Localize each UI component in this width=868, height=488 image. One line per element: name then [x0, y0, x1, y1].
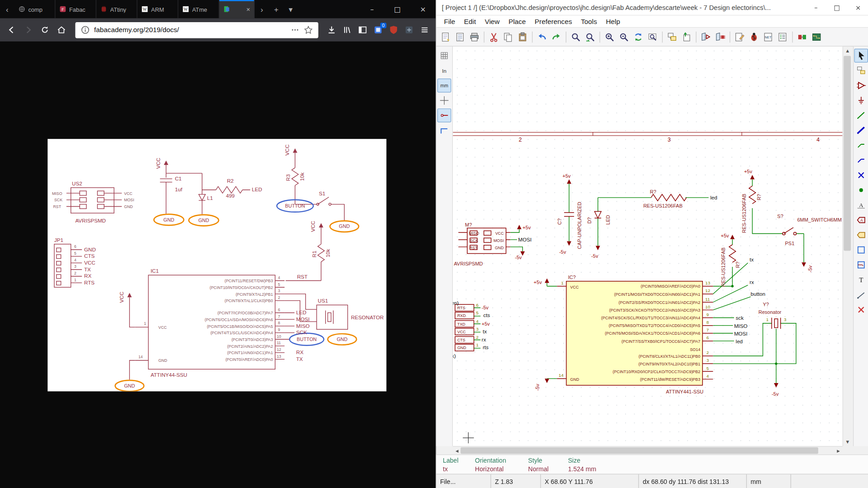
place-symbol-icon[interactable]: [854, 79, 868, 93]
schematic-canvas[interactable]: 234M?MISOSCKRSTVCCMOSIGND+5vMOSI-5vAVRIS…: [453, 47, 843, 446]
browser-tab-active[interactable]: ×: [219, 0, 255, 18]
sidebar-icon[interactable]: [355, 22, 370, 38]
bom-icon[interactable]: [776, 29, 790, 44]
info-icon[interactable]: [79, 23, 92, 36]
tab-scroll-left-button[interactable]: ‹: [0, 0, 14, 18]
wire-to-bus-icon[interactable]: [854, 138, 868, 152]
sheet-pin-icon[interactable]: [854, 258, 868, 272]
minimize-button[interactable]: –: [806, 0, 827, 15]
zoom-fit-icon[interactable]: [645, 29, 660, 44]
tab-close-button[interactable]: ×: [245, 5, 250, 13]
zoom-out-icon[interactable]: [617, 29, 631, 44]
scroll-up-arrow[interactable]: ▲: [843, 47, 852, 55]
minimize-button[interactable]: –: [359, 0, 384, 18]
menu-preferences[interactable]: Preferences: [530, 18, 576, 25]
place-line-icon[interactable]: [854, 288, 868, 302]
netlist-icon[interactable]: NET: [761, 29, 776, 44]
page-actions-icon[interactable]: [289, 23, 302, 36]
global-label-icon[interactable]: A: [854, 213, 868, 227]
paste-icon[interactable]: [515, 29, 530, 44]
place-sheet-icon[interactable]: [854, 243, 868, 257]
hierarchy-navigator-icon[interactable]: [665, 29, 679, 44]
annotate-icon[interactable]: [732, 29, 747, 44]
home-icon[interactable]: [53, 22, 70, 38]
find-icon[interactable]: [569, 29, 583, 44]
browser-tab-atme[interactable]: WATme: [178, 0, 219, 18]
find-replace-icon[interactable]: [583, 29, 598, 44]
menu-help[interactable]: Help: [602, 18, 625, 25]
schematic-label: 11: [705, 297, 710, 302]
grid-icon[interactable]: [437, 49, 451, 63]
list-all-tabs-button[interactable]: ▾: [284, 0, 298, 18]
place-power-icon[interactable]: [854, 94, 868, 108]
menu-view[interactable]: View: [480, 18, 504, 25]
horizontal-scrollbar[interactable]: ◀ ▶: [453, 446, 843, 454]
ublock-shield-icon[interactable]: [386, 22, 401, 38]
hierarchy-nav-icon[interactable]: [854, 64, 868, 78]
tab-overflow-button[interactable]: ›: [255, 0, 269, 18]
place-bus-icon[interactable]: [854, 123, 868, 137]
maximize-button[interactable]: □: [826, 0, 848, 15]
close-button[interactable]: ×: [410, 0, 436, 18]
assign-footprints-icon[interactable]: [795, 29, 810, 44]
place-text-icon[interactable]: T: [854, 273, 868, 287]
extension-dark-icon[interactable]: [401, 22, 417, 38]
scroll-left-arrow[interactable]: ◀: [453, 447, 461, 455]
library-browser-icon[interactable]: [699, 29, 713, 44]
back-icon[interactable]: [3, 22, 20, 38]
run-pcbnew-icon[interactable]: [809, 29, 824, 44]
menu-edit[interactable]: Edit: [460, 18, 480, 25]
forward-icon[interactable]: [20, 22, 37, 38]
cursor-shape-icon[interactable]: [437, 94, 451, 108]
units-inch-icon[interactable]: In: [437, 64, 451, 78]
place-junction-icon[interactable]: [854, 183, 868, 197]
menu-tools[interactable]: Tools: [576, 18, 601, 25]
refresh-icon[interactable]: [37, 22, 53, 38]
orthogonal-wires-icon[interactable]: [437, 123, 451, 137]
select-cursor-icon[interactable]: [854, 49, 868, 63]
redo-icon[interactable]: [549, 29, 564, 44]
leave-sheet-icon[interactable]: [679, 29, 694, 44]
menu-file[interactable]: File: [440, 18, 460, 25]
horizontal-scroll-thumb[interactable]: [460, 447, 818, 454]
schematic-label: BUTTON: [297, 336, 317, 342]
browser-tab-comp[interactable]: comp: [14, 0, 56, 18]
erc-check-icon[interactable]: [747, 29, 761, 44]
downloads-icon[interactable]: [324, 22, 339, 38]
undo-icon[interactable]: [535, 29, 549, 44]
maximize-button[interactable]: □: [385, 0, 410, 18]
browser-tab-arm[interactable]: WARM: [138, 0, 179, 18]
zoom-redraw-icon[interactable]: [631, 29, 645, 44]
close-button[interactable]: ×: [848, 0, 868, 15]
copy-icon[interactable]: [501, 29, 516, 44]
place-wire-icon[interactable]: [854, 109, 868, 123]
menu-place[interactable]: Place: [504, 18, 530, 25]
net-label-icon[interactable]: A: [854, 198, 868, 212]
bookmark-star-icon[interactable]: [302, 23, 315, 36]
cut-icon[interactable]: [487, 29, 501, 44]
zoom-in-icon[interactable]: [602, 29, 617, 44]
vertical-scroll-thumb[interactable]: [844, 56, 851, 251]
units-mm-icon[interactable]: mm: [437, 79, 451, 93]
footprint-browser-icon[interactable]: [713, 29, 727, 44]
delete-item-icon[interactable]: [854, 303, 868, 317]
sheet-settings-icon[interactable]: [453, 29, 467, 44]
hidden-pins-icon[interactable]: [437, 109, 451, 123]
browser-tab-fabac[interactable]: FFabac: [55, 0, 96, 18]
hierarchical-label-icon[interactable]: [854, 228, 868, 242]
bus-to-bus-icon[interactable]: [854, 153, 868, 167]
new-tab-button[interactable]: +: [269, 0, 284, 18]
scroll-right-arrow[interactable]: ▶: [834, 447, 842, 455]
print-icon[interactable]: [467, 29, 482, 44]
new-schematic-icon[interactable]: [438, 29, 453, 44]
web-page-content[interactable]: US2MISOSCKRSTVCCMOSIGNDAVRISPSMDVCCC11uf…: [0, 42, 436, 488]
no-connect-icon[interactable]: [854, 168, 868, 182]
library-icon[interactable]: [339, 22, 355, 38]
url-bar[interactable]: fabacademy.org/2019/docs/: [75, 22, 318, 38]
scroll-down-arrow[interactable]: ▼: [843, 438, 852, 446]
kicad-title-bar[interactable]: [ Project 1 /] (E:\Dropbox\Jhc.design\pr…: [436, 0, 868, 15]
menu-icon[interactable]: [417, 22, 432, 38]
schematic-label: 6: [74, 244, 76, 249]
vertical-scrollbar[interactable]: ▲ ▼: [843, 47, 852, 446]
browser-tab-attiny[interactable]: ATtiny: [96, 0, 138, 18]
